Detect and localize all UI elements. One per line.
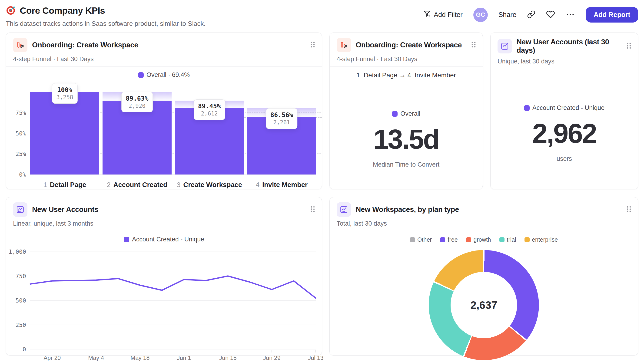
line-xtick-label: Jun 29	[263, 355, 280, 361]
funnel-ytick: 25%	[8, 151, 26, 157]
line-chart-report-icon	[13, 202, 28, 217]
step-name: Create Workspace	[183, 181, 242, 189]
funnel-tooltip-count: 2,612	[198, 110, 221, 117]
line-xtick-mark	[184, 350, 184, 353]
card-subtitle: Total, last 30 days	[330, 217, 638, 231]
funnel-step-label: 2Account Created	[102, 181, 172, 189]
line-xtick-mark	[272, 350, 272, 353]
funnel-bar[interactable]	[30, 92, 99, 174]
funnel-tooltip-count: 2,261	[270, 119, 293, 126]
dashboard-grid: Onboarding: Create Workspace 4-step Funn…	[0, 32, 644, 356]
line-legend: Account Created - Unique	[6, 236, 322, 243]
kpi-value: 2,962	[532, 118, 596, 149]
add-filter-button[interactable]: Add Filter	[423, 10, 463, 19]
line-xtick-mark	[316, 350, 316, 353]
line-xtick-label: May 18	[130, 355, 150, 361]
more-options-button[interactable]	[566, 13, 575, 17]
funnel-tooltip-pct: 100%	[56, 86, 73, 94]
funnel-tooltip-pct: 89.63%	[126, 94, 148, 102]
funnel-tooltip-pct: 86.56%	[270, 111, 293, 119]
card-new-users-30d: New User Accounts (last 30 days) Unique,…	[490, 32, 638, 189]
filter-plus-icon	[423, 10, 431, 19]
card-title: New Workspaces, by plan type	[356, 205, 459, 214]
avatar[interactable]: GC	[473, 8, 488, 22]
ellipsis-icon	[566, 13, 575, 17]
donut-legend-item[interactable]: growth	[466, 236, 491, 243]
funnel-column: 89.45%2,612	[175, 92, 244, 174]
funnel-ytick: 50%	[8, 130, 26, 137]
line-xtick-mark	[52, 350, 52, 353]
donut-legend-item[interactable]: trial	[500, 236, 516, 243]
card-subtitle: Linear, unique, last 3 months	[6, 217, 322, 231]
add-filter-label: Add Filter	[434, 11, 463, 18]
share-label: Share	[498, 11, 516, 18]
funnel-step-range: 1. Detail Page → 4. Invite Member	[330, 67, 483, 84]
donut-legend-item[interactable]: enterprise	[524, 236, 558, 243]
kpi-value: 13.5d	[374, 123, 439, 155]
share-button[interactable]: Share	[498, 11, 516, 18]
step-number: 4	[256, 181, 260, 189]
add-report-button[interactable]: Add Report	[586, 7, 638, 22]
legend-swatch	[138, 72, 144, 78]
drag-handle-icon[interactable]	[626, 206, 632, 214]
funnel-step-label: 1Detail Page	[30, 181, 99, 189]
donut-chart[interactable]: 2,637	[429, 250, 539, 360]
funnel-tooltip: 89.45%2,612	[194, 99, 225, 120]
step-number: 3	[177, 181, 180, 189]
kpi-legend: Overall	[392, 110, 420, 117]
drag-handle-icon[interactable]	[310, 206, 315, 214]
line-xtick-label: May 4	[88, 355, 104, 361]
line-xtick-mark	[228, 350, 228, 353]
legend-swatch	[524, 105, 530, 111]
legend-swatch	[466, 237, 471, 242]
favorite-button[interactable]	[546, 10, 555, 19]
toolbar: Add Filter GC Share	[423, 5, 638, 22]
card-onboarding-funnel: Onboarding: Create Workspace 4-step Funn…	[6, 32, 322, 189]
heart-icon	[546, 10, 555, 19]
card-title: Onboarding: Create Workspace	[356, 41, 462, 49]
legend-swatch	[410, 237, 415, 242]
drag-handle-icon[interactable]	[626, 42, 632, 50]
link-icon	[527, 10, 536, 19]
card-subtitle: 4-step Funnel · Last 30 Days	[6, 52, 322, 66]
line-xtick-label: Jun 15	[219, 355, 237, 361]
funnel-tooltip-count: 2,920	[126, 102, 148, 110]
target-icon	[6, 5, 16, 16]
line-ytick: 500	[8, 297, 26, 304]
line-chart-report-icon	[337, 202, 351, 217]
step-number: 1	[43, 181, 47, 189]
legend-swatch	[124, 237, 129, 242]
legend-label: free	[448, 236, 458, 243]
kpi-body: Account Created - Unique 2,962 users	[490, 104, 638, 162]
funnel-tooltip: 89.63%2,920	[121, 92, 153, 112]
line-chart-report-icon	[498, 39, 512, 53]
line-ytick: 0	[8, 346, 26, 353]
kpi-legend: Account Created - Unique	[524, 104, 605, 111]
drag-handle-icon[interactable]	[310, 41, 315, 49]
donut-legend: Otherfreegrowthtrialenterprise	[330, 236, 638, 243]
line-series[interactable]	[30, 252, 316, 349]
legend-swatch	[392, 111, 398, 117]
funnel-columns: 100%3,25889.63%2,92089.45%2,61286.56%2,2…	[30, 92, 316, 174]
legend-label: Account Created - Unique	[532, 104, 605, 111]
page-header: Core Company KPIs This dataset tracks ac…	[0, 0, 644, 32]
line-xtick-mark	[96, 350, 96, 353]
step-name: Account Created	[114, 181, 168, 189]
funnel-legend: Overall · 69.4%	[6, 71, 322, 78]
donut-legend-item[interactable]: Other	[410, 236, 432, 243]
line-xtick-label: Jun 1	[177, 355, 191, 361]
kpi-body: Overall 13.5d Median Time to Convert	[330, 110, 483, 168]
funnel-tooltip: 86.56%2,261	[266, 108, 298, 129]
step-name: Invite Member	[262, 181, 308, 189]
divider	[330, 231, 638, 231]
card-title: Onboarding: Create Workspace	[32, 41, 138, 49]
legend-label: Account Created - Unique	[132, 236, 204, 243]
card-time-to-convert: Onboarding: Create Workspace 4-step Funn…	[330, 32, 483, 189]
legend-label: Overall	[400, 110, 420, 117]
step-number: 2	[107, 181, 110, 189]
copy-link-button[interactable]	[527, 10, 536, 19]
donut-legend-item[interactable]: free	[440, 236, 458, 243]
legend-label: enterprise	[532, 236, 558, 243]
drag-handle-icon[interactable]	[471, 41, 476, 49]
dashboard-row-1: Onboarding: Create Workspace 4-step Funn…	[0, 32, 644, 189]
